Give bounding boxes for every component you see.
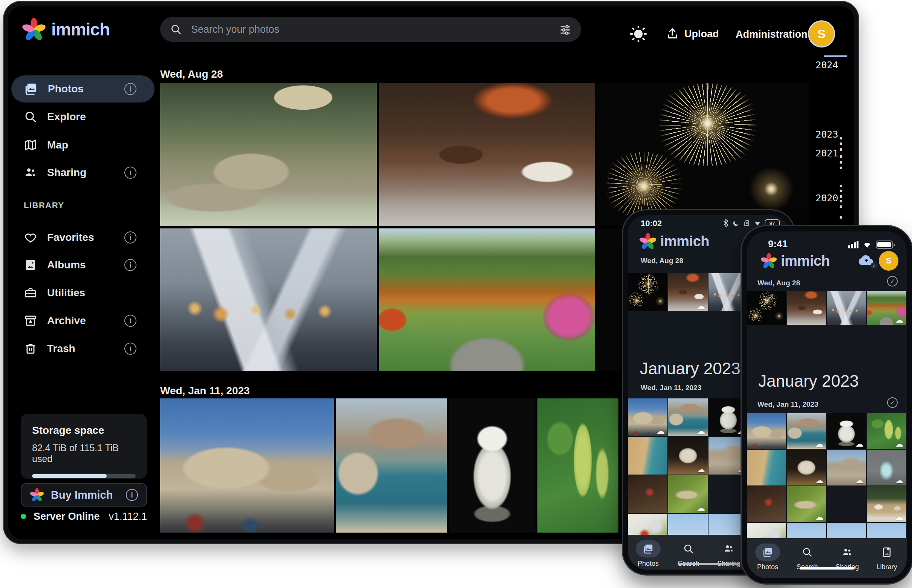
upload-button[interactable]: Upload (665, 27, 719, 41)
nav-tab-photos[interactable]: Photos (636, 540, 661, 568)
search-bar[interactable] (160, 17, 581, 42)
sidebar-item-map[interactable]: Map (11, 132, 155, 159)
photos-icon (642, 543, 654, 554)
screenshot-canvas: immich (0, 0, 912, 588)
photo-thumbnail-fur[interactable] (628, 475, 667, 513)
battery-icon (876, 241, 893, 249)
search-input[interactable] (190, 23, 550, 36)
nav-tab-photos[interactable]: Photos (755, 544, 780, 571)
immich-logo-icon (639, 233, 657, 250)
photo-thumbnail-lizard[interactable]: ☁ (787, 486, 826, 522)
photo-thumbnail-coastal[interactable]: ☁ (668, 398, 708, 436)
photo-thumbnail-hands[interactable] (827, 291, 866, 325)
photo-thumbnail-dinner[interactable] (787, 291, 826, 325)
photo-thumbnail-ruins[interactable]: ☁ (827, 450, 866, 485)
info-icon[interactable]: i (124, 259, 136, 271)
photo-thumbnail-village[interactable] (827, 486, 866, 522)
explore-search-icon (24, 110, 37, 124)
avatar-initial: S (886, 256, 892, 266)
upload-icon (665, 27, 679, 41)
cellular-signal-icon (848, 241, 859, 249)
search-icon (170, 23, 182, 36)
photo-thumbnail-alpine[interactable]: ☁ (867, 486, 906, 522)
sidebar-item-label: Sharing (47, 166, 86, 179)
cloud-backup-icon: ☁ (895, 316, 903, 324)
sidebar-item-photos[interactable]: Photos i (11, 75, 155, 103)
photo-thumbnail-ornament[interactable]: ☁ (867, 450, 906, 485)
photo-thumbnail-lizard[interactable]: ☁ (668, 475, 708, 513)
photo-thumbnail-berries[interactable]: ☁ (867, 413, 906, 449)
photo-holding-hands[interactable] (160, 228, 377, 371)
info-icon[interactable]: i (124, 83, 136, 95)
brand-name: immich (51, 19, 110, 40)
user-avatar[interactable]: S (879, 251, 898, 271)
timeline-year-2023[interactable]: 2023 (815, 129, 838, 140)
albums-icon (24, 258, 37, 272)
nav-tab-library[interactable]: Library (874, 544, 899, 571)
immich-logo-icon (30, 488, 44, 502)
search-filter-sliders-icon[interactable] (558, 23, 571, 36)
search-icon (802, 546, 813, 558)
photo-autumn-park-path[interactable] (379, 228, 595, 371)
android-month-header: January 2023 (640, 359, 741, 378)
photo-thumbnail-fireworks[interactable] (747, 291, 786, 325)
iphone-home-indicator[interactable] (800, 567, 854, 570)
server-status-label: Server Online (34, 511, 100, 522)
sidebar-item-explore[interactable]: Explore (11, 103, 155, 131)
photo-zoo-monkeys[interactable] (160, 83, 377, 226)
photo-fortress-walls[interactable] (160, 398, 334, 533)
administration-link[interactable]: Administration (736, 29, 808, 40)
timeline-year-2024[interactable]: 2024 (815, 60, 838, 71)
photo-thumbnail-fireworks[interactable] (628, 273, 667, 311)
photo-thumbnail-beach[interactable] (747, 450, 786, 485)
info-icon[interactable]: i (126, 489, 138, 501)
photos-icon (762, 546, 773, 558)
sidebar-item-albums[interactable]: Albums i (11, 251, 155, 279)
select-all-check-icon[interactable]: ✓ (887, 276, 897, 286)
photo-thumbnail-coastal[interactable]: ☁ (787, 413, 826, 449)
photo-thumbnail-rock-sculpture[interactable]: ☁ (668, 437, 708, 475)
sidebar-item-utilities[interactable]: Utilities (11, 279, 155, 307)
photo-thumbnail-fortress[interactable]: ☁ (628, 398, 667, 436)
android-clock: 10:02 (641, 219, 662, 228)
photo-thumbnail-fur[interactable] (747, 486, 786, 522)
theme-toggle-button[interactable] (629, 24, 648, 44)
timeline-year-2020[interactable]: 2020 (815, 192, 838, 204)
photo-dinner-table[interactable] (379, 83, 595, 226)
timeline-year-2021[interactable]: 2021 (815, 148, 838, 159)
administration-label: Administration (736, 29, 808, 40)
immich-logo-icon (22, 17, 46, 42)
photo-thumbnail-rock-sculpture[interactable]: ☁ (787, 450, 826, 485)
sidebar-item-archive[interactable]: Archive i (11, 307, 155, 334)
timeline-scrubber-position[interactable] (824, 55, 847, 57)
sidebar-item-trash[interactable]: Trash i (11, 335, 155, 362)
sidebar-item-sharing[interactable]: Sharing i (11, 159, 155, 186)
android-home-indicator[interactable] (678, 563, 740, 565)
backup-cloud-button[interactable]: ✓ (859, 254, 874, 267)
info-icon[interactable]: i (124, 166, 136, 179)
photo-thumbnail-bust[interactable]: ☁ (827, 413, 866, 449)
photo-thumbnail-fortress[interactable] (747, 413, 786, 449)
buy-immich-label: Buy Immich (51, 489, 113, 501)
info-icon[interactable]: i (124, 231, 136, 244)
cloud-backup-icon: ☁ (697, 427, 705, 435)
iphone-bottom-nav: Photos Search (747, 538, 907, 578)
photo-coastal-town[interactable] (336, 398, 447, 533)
user-avatar[interactable]: S (808, 20, 835, 47)
storage-space-card: Storage space 82.4 TiB of 115.1 TiB used (21, 414, 147, 479)
sidebar-item-favorites[interactable]: Favorites i (11, 224, 155, 251)
cloud-backup-icon: ☁ (815, 477, 823, 485)
app-logo[interactable]: immich (22, 17, 110, 42)
photo-thumbnail-autumn[interactable]: ☁ (867, 291, 906, 325)
photo-thumbnail-beach[interactable] (628, 437, 667, 475)
photo-thumbnail-dinner[interactable]: ☁ (668, 273, 708, 311)
iphone-status-icons (848, 241, 894, 249)
photo-marble-bust[interactable] (449, 398, 536, 533)
photo-green-berries[interactable] (538, 398, 618, 533)
photo-fireworks[interactable] (597, 83, 809, 226)
select-all-check-icon[interactable]: ✓ (887, 397, 897, 408)
sidebar-item-label: Albums (47, 259, 86, 271)
info-icon[interactable]: i (124, 342, 136, 355)
buy-immich-button[interactable]: Buy Immich i (21, 483, 147, 507)
info-icon[interactable]: i (124, 315, 136, 327)
